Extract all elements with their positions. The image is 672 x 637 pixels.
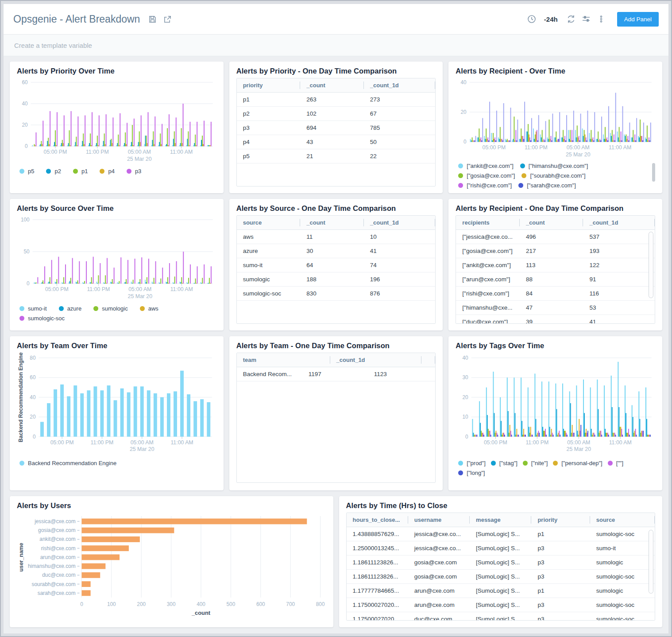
legend-item[interactable]: p4 <box>100 168 114 175</box>
source-over-time-chart[interactable]: 05010005:00 PM11:00 PM05:00 AM25 Mar 201… <box>17 215 216 303</box>
panel-title: Alerts by Priority - One Day Time Compar… <box>236 67 436 75</box>
legend-item[interactable]: ["nite"] <box>523 460 548 466</box>
legend-item[interactable]: [""] <box>608 460 623 466</box>
table-header-cell[interactable]: source <box>590 513 655 527</box>
table-header-cell[interactable]: team <box>237 353 330 367</box>
table-header-cell[interactable]: hours_to_close... <box>347 513 408 527</box>
time-range-value[interactable]: -24h <box>544 16 558 23</box>
table-scrollbar-thumb[interactable] <box>649 232 653 298</box>
legend-item[interactable]: sumologic-soc <box>19 315 65 322</box>
legend-dot-icon <box>46 169 51 174</box>
legend-item[interactable]: aws <box>140 305 158 312</box>
table-header-cell[interactable]: priority <box>531 513 590 527</box>
legend-item[interactable]: ["sourabh@cxe.com"] <box>521 172 585 179</box>
table-row[interactable]: ["rishi@cxe.com"]84116 <box>456 287 655 301</box>
table-header-cell[interactable]: _count_1d <box>583 216 655 229</box>
tags-over-time-chart[interactable]: 01020304005:00 PM11:00 PM05:00 AM25 Mar … <box>456 353 655 458</box>
table-header-cell[interactable] <box>421 353 435 367</box>
filter-sliders-icon[interactable] <box>581 14 591 24</box>
table-row[interactable]: 1.43888857629...jessica@cxe.co...[SumoLo… <box>347 527 655 541</box>
table-row[interactable]: ["duc@cxe.com"]3941 <box>456 315 655 324</box>
table-row[interactable]: p52122 <box>237 149 436 163</box>
legend-item[interactable]: ["rishi@cxe.com"] <box>458 182 512 189</box>
svg-text:himanshu@cxe.com: himanshu@cxe.com <box>28 563 76 569</box>
legend-item[interactable]: ["personal-dep"] <box>553 460 602 466</box>
table-row[interactable]: 1.17500027020...arun@cxe.com[SumoLogic] … <box>347 598 655 612</box>
svg-text:40: 40 <box>30 394 36 400</box>
table-row[interactable]: p44350 <box>237 135 436 149</box>
svg-text:11:00 AM: 11:00 AM <box>609 144 631 151</box>
users-chart[interactable]: 0100200300400500600700800jessica@cxe.com… <box>17 513 326 618</box>
table-header-cell[interactable]: username <box>408 513 470 527</box>
table-row[interactable]: ["ankit@cxe.com"]113122 <box>456 258 655 272</box>
table-scrollbar-thumb[interactable] <box>649 530 653 594</box>
table-row[interactable]: ["himanshu@cxe...4753 <box>456 301 655 315</box>
table-header-cell[interactable]: _count_1d <box>330 353 421 367</box>
table-header-cell[interactable]: priority <box>237 78 301 92</box>
table-cell: ["ankit@cxe.com"] <box>456 258 520 272</box>
refresh-icon[interactable] <box>566 14 576 24</box>
table-cell: jessica@cxe.co... <box>408 541 470 555</box>
table-header-cell[interactable]: message <box>470 513 531 527</box>
table-row[interactable]: p210267 <box>237 107 436 121</box>
legend-item[interactable]: ["stag"] <box>491 460 518 466</box>
legend-item[interactable]: azure <box>59 305 82 312</box>
legend-item[interactable]: ["sarah@cxe.com"] <box>518 182 576 189</box>
table-row[interactable]: sumo-it6474 <box>237 258 436 272</box>
legend-label: ["gosia@cxe.com"] <box>467 172 515 179</box>
share-icon[interactable] <box>162 14 173 24</box>
table-row[interactable]: azure3041 <box>237 244 436 258</box>
table-row[interactable]: ["jessica@cxe.co...496537 <box>456 230 655 244</box>
legend-item[interactable]: ["himanshu@cxe.com"] <box>520 163 588 169</box>
legend-item[interactable]: sumo-it <box>19 305 47 312</box>
template-variable-bar[interactable]: Create a template variable <box>4 35 668 56</box>
table-cell: p5 <box>237 149 301 163</box>
legend-item[interactable]: sumologic <box>93 305 128 312</box>
table-row[interactable]: p1263273 <box>237 93 436 107</box>
table-row[interactable]: sumologic-soc830876 <box>237 287 436 301</box>
legend-item[interactable]: Backend Recommendation Engine <box>19 460 116 466</box>
table-row[interactable]: 1.18611123826...gosia@cxe.com[SumoLogic]… <box>347 555 655 570</box>
svg-text:0: 0 <box>80 601 83 607</box>
legend-item[interactable]: p5 <box>19 168 34 175</box>
table-row[interactable]: 1.17500027020...duc@cxe.com[SumoLogic] S… <box>347 612 655 621</box>
svg-text:20: 20 <box>461 109 467 115</box>
table-row[interactable]: sumologic188196 <box>237 272 436 287</box>
table-header-cell[interactable]: _count <box>300 78 364 92</box>
legend-scrollbar-thumb[interactable] <box>652 163 655 182</box>
table-row[interactable]: p3694785 <box>237 121 436 135</box>
table-row[interactable]: 1.17777784665...arun@cxe.com[SumoLogic] … <box>347 584 655 598</box>
table-header-cell[interactable]: source <box>237 216 301 229</box>
team-over-time-chart[interactable]: 02040608005:00 PM11:00 PM05:00 AM25 Mar … <box>17 353 216 458</box>
svg-text:30: 30 <box>463 374 469 381</box>
table-row[interactable]: ["arun@cxe.com"]8891 <box>456 272 655 287</box>
time-range-clock-icon[interactable] <box>526 14 537 24</box>
legend-item[interactable]: ["long"] <box>458 470 485 476</box>
add-panel-button[interactable]: Add Panel <box>617 12 659 27</box>
table-header-cell[interactable]: _count <box>300 216 364 229</box>
priority-over-time-chart[interactable]: 020406005:00 PM11:00 PM05:00 AM25 Mar 20… <box>17 78 216 166</box>
table-row[interactable]: 1.25000013245...jessica@cxe.co...[SumoLo… <box>347 541 655 555</box>
save-icon[interactable] <box>147 14 158 24</box>
kebab-menu-icon[interactable] <box>596 14 606 24</box>
dashboard-page: Opsgenie - Alert Breakdown -24h Add Pane… <box>4 4 668 633</box>
legend-label: p1 <box>81 168 88 175</box>
recipient-over-time-chart[interactable]: 0204005:00 PM11:00 PM05:00 AM25 Mar 2011… <box>456 78 655 160</box>
table-header-cell[interactable]: recipients <box>456 216 520 229</box>
legend-item[interactable]: ["gosia@cxe.com"] <box>458 172 515 179</box>
table-header-cell[interactable]: _count_1d <box>364 216 436 229</box>
table-row[interactable]: ["gosia@cxe.com"]217193 <box>456 244 655 258</box>
legend-dot-icon <box>523 461 528 466</box>
table-row[interactable]: aws1110 <box>237 230 436 244</box>
svg-text:05:00 AM: 05:00 AM <box>567 144 590 151</box>
table-row[interactable]: Backend Recom...11971123 <box>237 367 436 381</box>
table-row[interactable]: 1.18611123826...gosia@cxe.com[SumoLogic]… <box>347 570 655 584</box>
legend-item[interactable]: p2 <box>46 168 61 175</box>
svg-text:100: 100 <box>21 217 30 223</box>
legend-item[interactable]: ["ankit@cxe.com"] <box>458 163 514 169</box>
table-header-cell[interactable]: _count <box>520 216 583 229</box>
legend-item[interactable]: ["prod"] <box>458 460 485 466</box>
legend-item[interactable]: p3 <box>127 168 141 175</box>
table-header-cell[interactable]: _count_1d <box>364 78 436 92</box>
legend-item[interactable]: p1 <box>73 168 88 175</box>
